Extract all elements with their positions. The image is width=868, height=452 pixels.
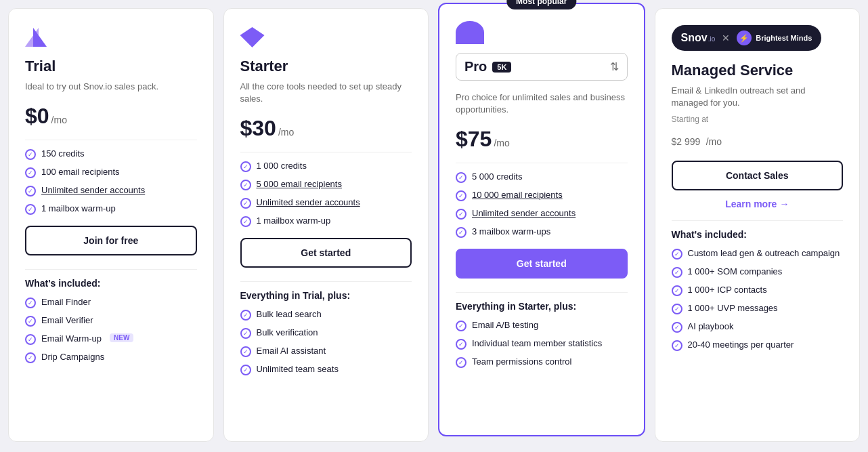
trial-price-row: $0 /mo xyxy=(25,104,197,129)
check-icon: ✓ xyxy=(672,267,682,278)
trial-price-period: /mo xyxy=(51,115,67,125)
snov-logo: Snov .io xyxy=(681,32,716,44)
managed-logo: Snov .io ✕ Brightest Minds xyxy=(672,25,822,51)
trial-plan-name: Trial xyxy=(25,58,197,75)
brightest-minds-icon xyxy=(737,30,752,45)
starter-included-4: ✓ Unlimited team seats xyxy=(240,364,412,375)
check-icon: ✓ xyxy=(456,190,466,201)
check-icon: ✓ xyxy=(456,172,466,183)
managed-included-6: ✓ 20-40 meetings per quarter xyxy=(672,340,844,351)
pro-plan-selector[interactable]: Pro 5K ⇅ xyxy=(456,53,628,81)
trial-feature-3: ✓ Unlimited sender accounts xyxy=(25,185,197,197)
starter-included-1: ✓ Bulk lead search xyxy=(240,309,412,321)
trial-included-3: ✓ Email Warm-up NEW xyxy=(25,333,197,345)
managed-contact-button[interactable]: Contact Sales xyxy=(672,161,844,190)
trial-feature-1: ✓ 150 credits xyxy=(25,148,197,160)
trial-included-title: What's included: xyxy=(25,278,197,289)
trial-cta-button[interactable]: Join for free xyxy=(25,226,197,255)
pro-description: Pro choice for unlimited sales and busin… xyxy=(456,91,628,116)
starter-price-row: $30 /mo xyxy=(240,116,412,141)
managed-included-4: ✓ 1 000+ UVP messages xyxy=(672,303,844,314)
starter-cta-button[interactable]: Get started xyxy=(240,238,412,268)
starter-included-3: ✓ Email AI assistant xyxy=(240,346,412,357)
pro-cta-button[interactable]: Get started xyxy=(456,249,628,279)
pro-icon xyxy=(456,20,628,45)
check-icon: ✓ xyxy=(456,357,466,368)
check-icon: ✓ xyxy=(672,340,682,351)
starter-icon xyxy=(240,25,412,49)
starter-feature-3: ✓ Unlimited sender accounts xyxy=(240,197,412,209)
trial-included-1: ✓ Email Finder xyxy=(25,297,197,308)
trial-feature-2: ✓ 100 email recipients xyxy=(25,167,197,178)
check-icon: ✓ xyxy=(240,216,251,227)
starter-feature-4: ✓ 1 mailbox warm-up xyxy=(240,215,412,227)
starter-included-2: ✓ Bulk verification xyxy=(240,327,412,339)
trial-features: ✓ 150 credits ✓ 100 email recipients ✓ U… xyxy=(25,148,197,215)
starter-feature-2: ✓ 5 000 email recipients xyxy=(240,179,412,190)
pro-divider xyxy=(456,163,628,163)
pro-included-1: ✓ Email A/B testing xyxy=(456,320,628,331)
brightest-minds-text: Brightest Minds xyxy=(756,34,812,42)
check-icon: ✓ xyxy=(240,328,251,339)
starter-divider-2 xyxy=(240,281,412,282)
snov-io-sub: .io xyxy=(708,35,716,43)
check-icon: ✓ xyxy=(240,180,251,190)
managed-included-1: ✓ Custom lead gen & outreach campaign xyxy=(672,248,844,260)
pro-features: ✓ 5 000 credits ✓ 10 000 email recipient… xyxy=(456,171,628,238)
trial-divider xyxy=(25,140,197,140)
trial-price: $0 xyxy=(25,104,49,129)
starter-included-list: ✓ Bulk lead search ✓ Bulk verification ✓… xyxy=(240,309,412,375)
pro-logo-icon xyxy=(456,21,484,44)
pro-feature-4: ✓ 3 mailbox warm-ups xyxy=(456,226,628,238)
pro-feature-3: ✓ Unlimited sender accounts xyxy=(456,208,628,220)
managed-price: $2 999 /mo xyxy=(672,127,844,150)
pro-price-period: /mo xyxy=(494,138,509,148)
trial-icon xyxy=(25,25,197,49)
arrow-right-icon: → xyxy=(779,199,789,209)
check-icon: ✓ xyxy=(25,297,36,308)
check-icon: ✓ xyxy=(672,322,682,333)
trial-card: Trial Ideal to try out Snov.io sales pac… xyxy=(8,8,214,442)
check-icon: ✓ xyxy=(25,316,36,327)
pro-included-3: ✓ Team permissions control xyxy=(456,356,628,368)
managed-description: Email & LinkedIn outreach set and manage… xyxy=(672,85,844,109)
starter-plan-name: Starter xyxy=(240,58,412,75)
check-icon: ✓ xyxy=(240,310,251,321)
brightest-minds-logo: Brightest Minds xyxy=(737,30,812,45)
managed-plan-name: Managed Service xyxy=(672,62,844,79)
pro-feature-1: ✓ 5 000 credits xyxy=(456,171,628,183)
managed-included-title: What's included: xyxy=(672,229,844,240)
trial-divider-2 xyxy=(25,269,197,270)
check-icon: ✓ xyxy=(25,334,36,345)
pricing-grid: Trial Ideal to try out Snov.io sales pac… xyxy=(8,8,860,442)
check-icon: ✓ xyxy=(672,285,682,296)
x-separator-icon: ✕ xyxy=(722,33,730,43)
pro-selector-left: Pro 5K xyxy=(464,59,511,75)
starter-features: ✓ 1 000 credits ✓ 5 000 email recipients… xyxy=(240,161,412,227)
new-badge: NEW xyxy=(110,333,133,342)
pro-tier-badge: 5K xyxy=(492,62,511,73)
snov-logo-text: Snov xyxy=(681,32,708,44)
check-icon: ✓ xyxy=(25,204,36,215)
pro-included-title: Everything in Starter, plus: xyxy=(456,301,628,312)
starter-price: $30 xyxy=(240,116,276,141)
managed-divider xyxy=(672,220,844,221)
trial-logo-icon xyxy=(25,25,52,49)
check-icon: ✓ xyxy=(240,161,251,172)
check-icon: ✓ xyxy=(456,339,466,350)
trial-description: Ideal to try out Snov.io sales pack. xyxy=(25,81,197,93)
trial-included-list: ✓ Email Finder ✓ Email Verifier ✓ Email … xyxy=(25,297,197,363)
pro-included-list: ✓ Email A/B testing ✓ Individual team me… xyxy=(456,320,628,368)
pro-card: Most popular Pro 5K ⇅ Pro choice for unl… xyxy=(438,3,645,436)
trial-included-4: ✓ Drip Campaigns xyxy=(25,352,197,363)
pro-included-2: ✓ Individual team member statistics xyxy=(456,338,628,350)
check-icon: ✓ xyxy=(456,227,466,238)
managed-included-2: ✓ 1 000+ SOM companies xyxy=(672,266,844,278)
managed-included-list: ✓ Custom lead gen & outreach campaign ✓ … xyxy=(672,248,844,351)
trial-included-2: ✓ Email Verifier xyxy=(25,315,197,327)
check-icon: ✓ xyxy=(25,167,36,178)
managed-card: Snov .io ✕ Brightest Minds Managed Servi… xyxy=(655,8,861,442)
starter-description: All the core tools needed to set up stea… xyxy=(240,81,412,105)
starter-card: Starter All the core tools needed to set… xyxy=(223,8,429,442)
learn-more-link[interactable]: Learn more → xyxy=(672,199,844,209)
